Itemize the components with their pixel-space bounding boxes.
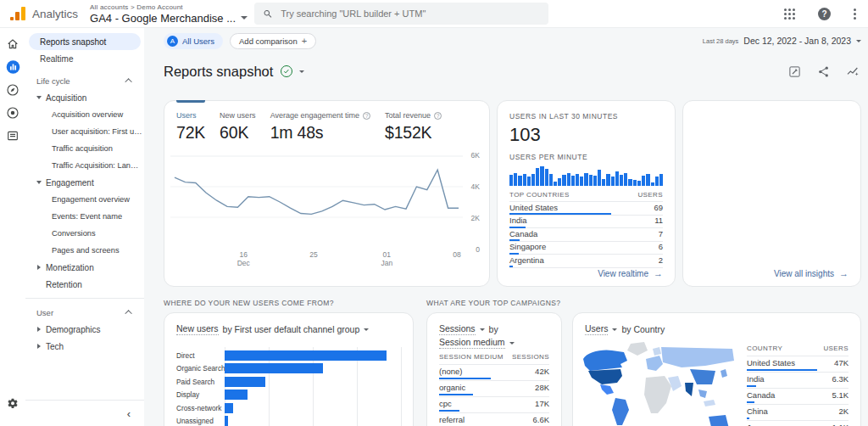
share-icon[interactable] xyxy=(817,65,830,78)
add-comparison-button[interactable]: Add comparison+ xyxy=(230,33,316,49)
row-label: India xyxy=(747,375,765,384)
channel-row-unassigned[interactable]: Unassigned xyxy=(176,415,401,426)
sidebar-item-engagement-overview[interactable]: Engagement overview xyxy=(25,191,144,208)
table-row[interactable]: Canada5.1K xyxy=(747,389,849,405)
channel-row-display[interactable]: Display xyxy=(176,389,401,402)
apps-grid-icon[interactable] xyxy=(784,8,795,20)
table-row[interactable]: United States47K xyxy=(747,356,849,373)
minute-bar xyxy=(540,166,543,186)
sidebar-item-reports-snapshot[interactable]: Reports snapshot xyxy=(29,33,141,50)
sidebar-item-user-acquisition-first-user-[interactable]: User acquisition: First user ... xyxy=(25,123,144,140)
data-quality-check-icon[interactable] xyxy=(281,65,292,77)
channel-bar-chart[interactable]: DirectOrganic SearchPaid SearchDisplayCr… xyxy=(176,349,401,426)
admin-settings-icon[interactable] xyxy=(6,396,20,411)
search-input[interactable] xyxy=(281,8,540,19)
view-realtime-link[interactable]: View realtime→ xyxy=(598,268,663,278)
customize-report-icon[interactable] xyxy=(788,65,801,78)
map-indonesia xyxy=(704,400,715,406)
table-row[interactable]: organic28K xyxy=(439,381,549,397)
date-range-picker[interactable]: Last 28 days Dec 12, 2022 - Jan 8, 2023 xyxy=(703,36,861,46)
metric-new-users[interactable]: New users60K xyxy=(220,111,256,143)
minute-bar xyxy=(549,174,553,186)
insights-icon[interactable] xyxy=(846,64,860,78)
table-row[interactable]: China2K xyxy=(747,405,849,421)
map-south-america xyxy=(612,398,629,425)
explore-icon[interactable] xyxy=(6,82,20,97)
channel-row-direct[interactable]: Direct xyxy=(176,349,401,362)
metric-users[interactable]: Users72K xyxy=(176,111,205,143)
minute-bar xyxy=(602,179,605,186)
metric-average-engagement-time[interactable]: Average engagement time?1m 48s xyxy=(270,111,370,143)
sidebar-item-realtime[interactable]: Realtime xyxy=(29,50,141,67)
row-value: 2 xyxy=(659,256,663,265)
more-options-icon[interactable] xyxy=(854,8,856,20)
all-users-segment-pill[interactable]: A All Users xyxy=(164,33,223,49)
table-row[interactable]: Japan1.1K xyxy=(747,421,849,426)
sidebar-group-engagement[interactable]: Engagement xyxy=(25,174,144,191)
minute-bar xyxy=(567,173,570,186)
channel-row-paid-search[interactable]: Paid Search xyxy=(176,375,401,389)
metric-label: New users xyxy=(220,111,256,120)
group-label: Engagement xyxy=(46,178,94,188)
collapse-sidebar-icon[interactable]: ‹ xyxy=(127,407,131,420)
map-australia xyxy=(709,415,729,426)
table-row[interactable]: India11 xyxy=(509,216,663,229)
sidebar-group-monetization[interactable]: Monetization xyxy=(25,259,144,276)
campaign-metric-control[interactable]: Sessions by xyxy=(439,323,549,335)
map-scandinavia xyxy=(653,347,661,356)
breadcrumb[interactable]: All accounts > Demo Account xyxy=(90,3,248,11)
minute-bar xyxy=(659,174,663,186)
row-label: referral xyxy=(439,416,465,424)
minute-bar xyxy=(615,171,619,186)
sidebar-item-traffic-acquisition[interactable]: Traffic acquisition xyxy=(25,140,144,157)
analytics-logo-icon[interactable] xyxy=(10,7,25,20)
users-per-minute-bar-chart[interactable] xyxy=(509,165,663,186)
campaign-dimension-control[interactable]: Session medium xyxy=(439,337,549,349)
active-metric-indicator xyxy=(176,100,205,103)
table-row[interactable]: (none)42K xyxy=(439,365,549,381)
channel-row-organic-search[interactable]: Organic Search xyxy=(176,362,401,376)
row-bar xyxy=(439,378,491,379)
table-row[interactable]: Singapore6 xyxy=(509,242,663,255)
sidebar-divider xyxy=(25,298,144,299)
sidebar-item-acquisition-overview[interactable]: Acquisition overview xyxy=(25,106,144,123)
table-row[interactable]: Canada7 xyxy=(509,228,663,242)
table-row[interactable]: Argentina2 xyxy=(509,255,663,268)
sidebar-item-pages-and-screens[interactable]: Pages and screens xyxy=(25,242,144,259)
users-trend-line-chart[interactable] xyxy=(170,149,463,248)
sidebar-section-life-cycle[interactable]: Life cycle xyxy=(25,72,144,89)
metric-total-revenue[interactable]: Total revenue?$152K xyxy=(385,111,442,143)
channel-chart-control[interactable]: New users by First user default channel … xyxy=(176,323,401,335)
table-row[interactable]: referral6.6K xyxy=(439,413,549,426)
search-bar[interactable] xyxy=(254,3,548,25)
country-chart-control[interactable]: Users by Country xyxy=(585,323,849,335)
sidebar-section-user[interactable]: User xyxy=(25,304,144,321)
plus-icon: + xyxy=(302,36,307,46)
chevron-down-icon[interactable] xyxy=(299,70,304,73)
sidebar-item-retention[interactable]: Retention xyxy=(25,276,144,293)
sidebar-group-acquisition[interactable]: Acquisition xyxy=(25,89,144,106)
table-row[interactable]: United States69 xyxy=(509,202,663,216)
help-icon[interactable]: ? xyxy=(818,8,831,20)
sidebar-item-conversions[interactable]: Conversions xyxy=(25,225,144,242)
channel-bar xyxy=(225,416,228,426)
minute-bar xyxy=(611,177,615,186)
table-row[interactable]: cpc17K xyxy=(439,397,549,413)
sidebar-group-demographics[interactable]: Demographics xyxy=(25,321,144,338)
sidebar-item-traffic-acquisition-landin-[interactable]: Traffic Acquisition: Landin... xyxy=(25,157,144,174)
channel-row-cross-network[interactable]: Cross-network xyxy=(176,401,401,415)
advertising-icon[interactable] xyxy=(6,105,20,120)
minute-bar xyxy=(620,175,623,186)
library-icon[interactable] xyxy=(6,128,20,143)
row-label: India xyxy=(509,216,527,225)
table-row[interactable]: India6.3K xyxy=(747,373,849,389)
view-all-insights-link[interactable]: View all insights→ xyxy=(774,268,849,278)
property-selector[interactable]: GA4 - Google Merchandise ... xyxy=(90,12,248,25)
sidebar-group-tech[interactable]: Tech xyxy=(25,338,144,355)
minute-bar xyxy=(554,182,557,186)
reports-icon[interactable] xyxy=(6,59,20,74)
sidebar-item-events-event-name[interactable]: Events: Event name xyxy=(25,208,144,225)
map-africa xyxy=(644,376,671,413)
world-map[interactable] xyxy=(578,342,739,426)
home-icon[interactable] xyxy=(6,36,20,51)
